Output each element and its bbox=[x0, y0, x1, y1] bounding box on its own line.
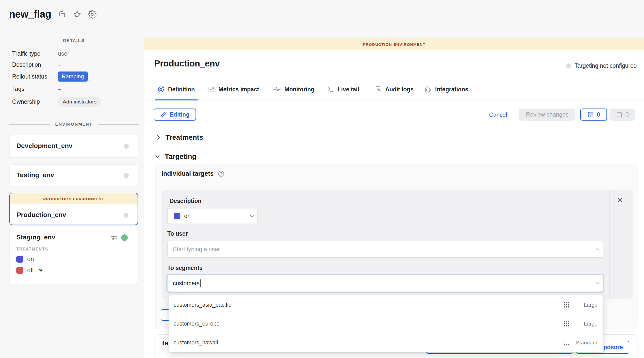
tab-definition[interactable]: Definition bbox=[157, 86, 195, 93]
treatment-row-on: on bbox=[16, 256, 34, 263]
env-card-development[interactable]: Development_env bbox=[9, 135, 138, 157]
env-status-dot bbox=[124, 173, 129, 178]
dropdown-item-customers-asia-pacific[interactable]: customers_asia_pacific Large bbox=[169, 295, 603, 314]
editing-button[interactable]: Editing bbox=[154, 109, 196, 121]
swap-arrows-icon bbox=[110, 234, 118, 241]
individual-targets-title-row: Individual targets bbox=[162, 170, 225, 177]
detail-row-traffic-type: Traffic type user bbox=[12, 50, 138, 57]
segments-dropdown: customers_asia_pacific Large customers_e… bbox=[169, 295, 603, 352]
live-tail-icon bbox=[327, 86, 334, 93]
treatment-color-off bbox=[16, 267, 23, 274]
env-status-dot-active bbox=[121, 234, 128, 241]
treatment-row-off: off bbox=[16, 267, 44, 274]
ownership-pill[interactable]: Administrators bbox=[58, 97, 101, 107]
production-environment-strip: PRODUCTION ENVIRONMENT bbox=[10, 193, 138, 204]
rollout-status-badge[interactable]: Ramping bbox=[58, 71, 88, 82]
env-card-testing[interactable]: Testing_env bbox=[9, 164, 138, 186]
review-changes-button[interactable]: Review changes bbox=[519, 109, 575, 121]
star-icon[interactable] bbox=[73, 10, 81, 19]
to-segments-input[interactable]: customers bbox=[167, 275, 603, 292]
env-card-production[interactable]: PRODUCTION ENVIRONMENT Production_env bbox=[9, 193, 138, 225]
segment-grid-icon-large bbox=[563, 301, 570, 308]
to-user-input[interactable]: Start typing a user bbox=[167, 241, 603, 258]
chevron-down-icon[interactable] bbox=[592, 275, 603, 292]
default-treatment-icon bbox=[38, 267, 44, 273]
copy-icon[interactable] bbox=[58, 10, 66, 19]
metrics-impact-icon bbox=[208, 86, 215, 93]
tags-value: – bbox=[58, 86, 61, 92]
environment-divider: ENVIRONMENT bbox=[9, 122, 139, 127]
dropdown-item-customers-hawaii[interactable]: customers_hawaii Standard bbox=[169, 333, 603, 352]
chevron-down-icon[interactable] bbox=[592, 241, 603, 257]
cancel-button[interactable]: Cancel bbox=[489, 112, 507, 118]
status-text: Targeting not configured bbox=[574, 62, 637, 69]
individual-target-card: Description on To user Start typing a us… bbox=[162, 190, 633, 299]
env-status-dot bbox=[124, 144, 129, 149]
production-environment-banner: PRODUCTION ENVIRONMENT bbox=[144, 38, 644, 50]
card-scroll-divider bbox=[609, 190, 610, 299]
env-card-staging[interactable]: Staging_env TREATMENTS on off bbox=[9, 227, 138, 284]
chevron-down-icon bbox=[154, 153, 161, 160]
schedule-count-button[interactable]: 0 bbox=[609, 109, 635, 121]
tab-metrics-impact[interactable]: Metrics impact bbox=[208, 86, 259, 93]
targeting-section-header[interactable]: Targeting bbox=[154, 153, 196, 161]
tab-monitoring[interactable]: Monitoring bbox=[274, 86, 314, 93]
env-status-dot bbox=[124, 213, 128, 218]
tab-audit-logs[interactable]: Audit logs bbox=[374, 86, 413, 93]
close-icon[interactable] bbox=[617, 197, 624, 204]
bottom-section-title: Ta bbox=[161, 339, 169, 347]
chevron-down-icon[interactable] bbox=[246, 208, 257, 224]
flag-title: new_flag bbox=[9, 9, 51, 20]
tabs-border bbox=[144, 100, 644, 100]
chevron-right-icon bbox=[155, 134, 162, 141]
to-user-label: To user bbox=[167, 230, 188, 237]
treatment-color-swatch bbox=[174, 213, 180, 219]
active-tab-indicator bbox=[155, 99, 198, 100]
segment-grid-icon-standard bbox=[563, 339, 570, 346]
dropdown-item-customers-europe[interactable]: customers_europe Large bbox=[169, 314, 603, 333]
details-divider: DETAILS bbox=[9, 38, 139, 43]
treatment-select[interactable]: on bbox=[167, 208, 257, 224]
audit-logs-icon bbox=[374, 86, 382, 93]
calendar-icon bbox=[616, 111, 623, 118]
pencil-icon bbox=[160, 111, 167, 118]
detail-row-rollout-status: Rollout status Ramping bbox=[12, 71, 138, 82]
treatment-color-on bbox=[16, 256, 23, 263]
description-field-label: Description bbox=[170, 198, 202, 204]
segment-grid-icon-large bbox=[563, 320, 570, 327]
details-header: DETAILS bbox=[63, 38, 84, 43]
gear-icon[interactable] bbox=[88, 10, 96, 19]
to-segments-label: To segments bbox=[167, 265, 203, 271]
integrations-icon bbox=[424, 86, 432, 93]
text-cursor bbox=[200, 279, 201, 287]
status-dot bbox=[566, 63, 571, 68]
treatments-caption: TREATMENTS bbox=[16, 247, 48, 252]
treatments-section-header[interactable]: Treatments bbox=[155, 133, 203, 141]
environment-header: ENVIRONMENT bbox=[55, 122, 92, 127]
tab-integrations[interactable]: Integrations bbox=[424, 86, 468, 93]
app-root: new_flag DETAILS Traffic type user Descr… bbox=[0, 0, 644, 358]
flag-header: new_flag bbox=[9, 9, 96, 20]
help-icon[interactable] bbox=[218, 170, 225, 177]
detail-row-tags: Tags – bbox=[12, 86, 138, 92]
definition-icon bbox=[157, 86, 165, 93]
detail-row-ownership: Ownership Administrators bbox=[12, 97, 138, 107]
targeting-status: Targeting not configured bbox=[566, 62, 637, 69]
layout-count-button[interactable]: 0 bbox=[580, 109, 607, 121]
traffic-type-value: user bbox=[58, 50, 69, 57]
page-title: Production_env bbox=[154, 58, 220, 68]
tab-live-tail[interactable]: Live tail bbox=[327, 86, 359, 93]
grid-icon bbox=[587, 111, 594, 118]
detail-row-description: Description – bbox=[12, 61, 138, 68]
description-value: – bbox=[58, 61, 61, 68]
monitoring-icon bbox=[274, 86, 281, 93]
